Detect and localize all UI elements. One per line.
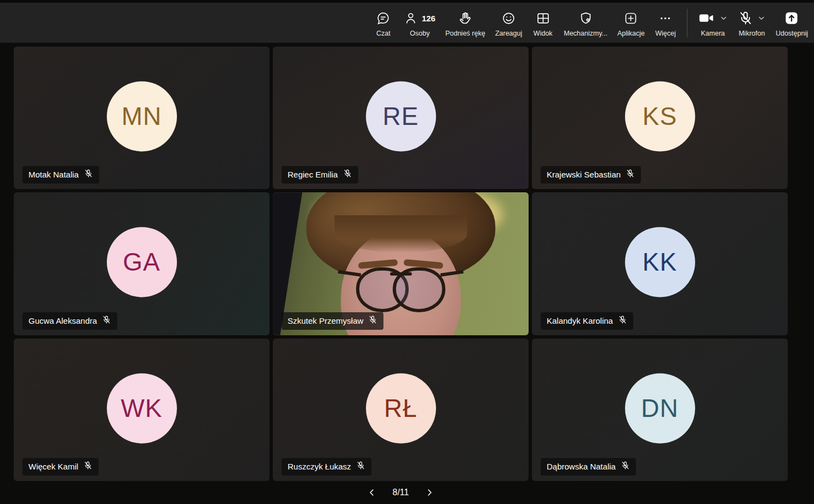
mic-muted-icon <box>618 315 627 327</box>
participant-name-tag: Dąbrowska Natalia <box>541 458 636 476</box>
participant-name: Gucwa Aleksandra <box>28 316 97 325</box>
participant-tile[interactable]: MN Motak Natalia <box>14 47 270 189</box>
apps-plus-icon <box>623 11 638 26</box>
view-grid-icon <box>536 11 551 26</box>
camera-label: Kamera <box>701 30 725 37</box>
mic-muted-icon <box>626 169 635 180</box>
share-label: Udostępnij <box>776 30 808 37</box>
participant-tile[interactable]: SP Szkutek Przemysław <box>273 192 529 335</box>
avatar: RŁ <box>366 373 436 443</box>
raise-hand-label: Podnieś rękę <box>445 30 485 37</box>
avatar-initials: DN <box>641 393 678 423</box>
react-smiley-icon <box>501 11 516 26</box>
people-icon <box>404 11 419 26</box>
chat-icon <box>376 11 391 26</box>
microphone-dropdown-chevron-icon[interactable] <box>757 14 766 22</box>
participant-name: Kalandyk Karolina <box>547 316 613 325</box>
avatar: GA <box>107 227 177 297</box>
participant-name-tag: Krajewski Sebastian <box>541 166 641 184</box>
mic-muted-icon <box>368 315 377 327</box>
participant-name-tag: Więcek Kamil <box>22 458 99 476</box>
participant-name-tag: Kalandyk Karolina <box>541 312 633 330</box>
avatar: KK <box>625 227 695 297</box>
avatar-initials: RŁ <box>384 393 417 423</box>
participant-name-tag: Motak Natalia <box>22 166 99 184</box>
participant-name: Motak Natalia <box>28 170 79 179</box>
participant-name-tag: Regiec Emilia <box>282 166 358 184</box>
share-button[interactable]: Udostępnij <box>771 3 813 43</box>
camera-dropdown-chevron-icon[interactable] <box>719 14 728 22</box>
avatar-initials: KK <box>643 248 677 277</box>
participant-grid: MN Motak Natalia <box>14 47 788 481</box>
participant-name-tag: Ruszczyk Łukasz <box>282 458 371 476</box>
chat-button[interactable]: Czat <box>368 3 399 43</box>
apps-button[interactable]: Aplikacje <box>612 3 650 43</box>
participant-tile[interactable]: GA Gucwa Aleksandra <box>14 192 270 335</box>
people-label: Osoby <box>410 30 429 37</box>
mechanisms-button[interactable]: Mechanizmy... <box>559 3 612 43</box>
grid-pagination: 8/11 <box>14 483 788 502</box>
mic-muted-icon <box>621 461 630 472</box>
mic-muted-icon <box>356 461 365 472</box>
view-label: Widok <box>534 30 553 37</box>
participant-tile[interactable]: WK Więcek Kamil <box>14 339 270 481</box>
camera-button[interactable]: Kamera <box>693 3 733 43</box>
raise-hand-icon <box>458 11 473 26</box>
people-button[interactable]: 126 Osoby <box>399 3 440 43</box>
raise-hand-button[interactable]: Podnieś rękę <box>440 3 490 43</box>
avatar: MN <box>107 82 177 152</box>
participant-name: Dąbrowska Natalia <box>547 462 616 471</box>
mic-muted-icon <box>84 169 93 180</box>
participant-tile[interactable]: RŁ Ruszczyk Łukasz <box>273 339 529 481</box>
previous-page-button[interactable] <box>364 485 380 500</box>
participant-tile[interactable]: RE Regiec Emilia <box>273 47 529 189</box>
avatar: WK <box>107 373 177 443</box>
page-indicator: 8/11 <box>393 488 409 497</box>
avatar: DN <box>625 373 695 443</box>
microphone-button[interactable]: Mikrofon <box>733 3 771 43</box>
avatar-initials: RE <box>383 102 419 131</box>
avatar-initials: MN <box>122 102 162 131</box>
chat-label: Czat <box>376 30 391 37</box>
shield-gear-icon <box>578 11 593 26</box>
mechanisms-label: Mechanizmy... <box>564 30 607 37</box>
participant-name: Ruszczyk Łukasz <box>288 462 351 471</box>
avatar-initials: GA <box>123 248 160 277</box>
next-page-button[interactable] <box>422 485 437 500</box>
participant-name: Więcek Kamil <box>28 462 78 471</box>
participant-name: Szkutek Przemysław <box>288 316 363 325</box>
meeting-toolbar: Czat 126 Osoby Podnieś rękę <box>0 0 814 44</box>
participant-count-badge: 126 <box>422 14 435 23</box>
participant-name-tag: Szkutek Przemysław <box>282 312 383 330</box>
avatar: RE <box>366 82 436 152</box>
avatar-initials: KS <box>643 102 677 131</box>
participant-tile[interactable]: DN Dąbrowska Natalia <box>532 339 788 481</box>
participant-name: Regiec Emilia <box>288 170 338 179</box>
more-dots-icon <box>658 11 673 26</box>
react-button[interactable]: Zareaguj <box>490 3 527 43</box>
avatar: KS <box>625 82 695 152</box>
avatar-initials: WK <box>121 393 162 423</box>
participant-tile[interactable]: KK Kalandyk Karolina <box>532 192 788 335</box>
mic-muted-icon <box>738 10 753 26</box>
camera-on-icon <box>698 10 715 26</box>
more-label: Więcej <box>655 30 676 37</box>
more-button[interactable]: Więcej <box>650 3 681 43</box>
mic-muted-icon <box>83 461 93 472</box>
apps-label: Aplikacje <box>617 30 645 37</box>
microphone-label: Mikrofon <box>738 30 765 37</box>
participant-tile[interactable]: KS Krajewski Sebastian <box>532 47 788 189</box>
participant-name: Krajewski Sebastian <box>547 170 621 179</box>
mic-muted-icon <box>343 169 352 180</box>
toolbar-divider <box>687 9 687 37</box>
share-up-arrow-icon <box>783 10 800 26</box>
view-button[interactable]: Widok <box>527 3 559 43</box>
react-label: Zareaguj <box>495 30 522 37</box>
participant-name-tag: Gucwa Aleksandra <box>22 312 117 330</box>
mic-muted-icon <box>102 315 111 327</box>
